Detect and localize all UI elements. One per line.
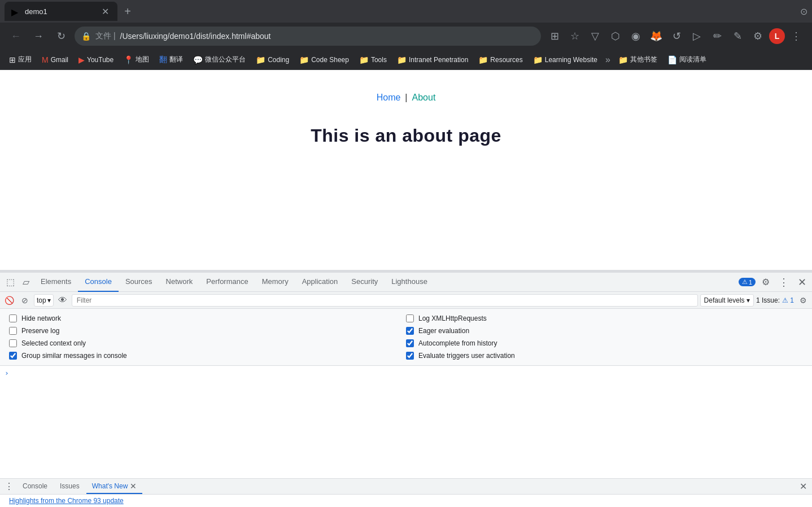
translate-icon[interactable]: ⊞ [545,27,564,45]
about-link[interactable]: About [412,93,436,103]
context-dropdown-icon: ▾ [47,296,51,304]
tab-security[interactable]: Security [344,273,385,292]
bottom-tab-whatsnew-close[interactable]: ✕ [130,482,137,491]
bookmark-intranet[interactable]: 📁Intranet Penetration [392,53,473,67]
media-icon[interactable]: ▷ [688,27,706,45]
bookmark-tools[interactable]: 📁Tools [355,53,391,67]
clear-console-button[interactable]: 🚫 [2,294,16,307]
tab-application[interactable]: Application [295,273,345,292]
edit1-icon[interactable]: ✏ [708,27,726,45]
console-settings-button[interactable]: ⚙ [796,294,810,307]
bookmark-icon[interactable]: ☆ [566,27,584,45]
autocomplete-label: Autocomplete from history [418,339,497,347]
tab-memory[interactable]: Memory [255,273,295,292]
bookmark-youtube[interactable]: ▶YouTube [74,53,118,67]
console-filter-input[interactable] [72,294,698,307]
devtools-panel: ⬚ ▱ Elements Console Sources Network Per… [0,270,812,507]
bookmark-wechat[interactable]: 💬微信公众平台 [189,53,250,67]
extension2-icon[interactable]: ⬡ [606,27,625,45]
default-levels-selector[interactable]: Default levels ▾ [700,294,754,307]
selected-context-checkbox[interactable] [9,339,17,347]
hide-network-option[interactable]: Hide network [9,313,406,324]
metamask-icon[interactable]: 🦊 [647,27,665,45]
autocomplete-option[interactable]: Autocomplete from history [406,338,803,348]
devtools-inspect-button[interactable]: ⬚ [2,274,18,290]
back-button[interactable]: ← [7,27,25,45]
tab-close-button[interactable]: ✕ [99,6,111,17]
bookmark-codesheep[interactable]: 📁Code Sheep [295,53,353,67]
group-similar-checkbox[interactable] [9,352,17,360]
bookmark-maps[interactable]: 📍地图 [119,53,154,67]
preserve-log-option[interactable]: Preserve log [9,326,406,336]
profile-icon[interactable]: ⊙ [800,6,807,17]
issues-badge[interactable]: ⚠ 1 [739,278,756,286]
extension3-icon[interactable]: ◉ [627,27,645,45]
issues-indicator[interactable]: 1 Issue: ⚠ 1 [756,296,794,304]
log-xml-checkbox[interactable] [406,314,414,322]
preserve-log-checkbox[interactable] [9,327,17,335]
hide-network-checkbox[interactable] [9,314,17,322]
bottom-settings-button[interactable]: ⋮ [2,480,16,493]
tab-favicon: ▶ [11,7,20,16]
forward-button[interactable]: → [29,27,47,45]
autocomplete-checkbox[interactable] [406,339,414,347]
log-xml-option[interactable]: Log XMLHttpRequests [406,313,803,324]
console-prompt-line[interactable]: › [0,368,812,378]
bookmark-youtube-label: YouTube [87,56,113,64]
bottom-tab-issues[interactable]: Issues [54,479,85,494]
group-similar-option[interactable]: Group similar messages in console [9,351,406,361]
console-options-panel: Hide network Log XMLHttpRequests Preserv… [0,309,812,366]
tab-sources[interactable]: Sources [119,273,159,292]
eval-triggers-label: Evaluate triggers user activation [418,352,515,360]
issues-icon: ⚠ [742,278,748,286]
bottom-close-button[interactable]: ✕ [796,480,810,493]
tab-elements[interactable]: Elements [34,273,78,292]
sync-icon[interactable]: ↺ [667,27,686,45]
reload-button[interactable]: ↻ [52,27,70,45]
bookmark-coding-label: Coding [268,56,289,64]
extension1-icon[interactable]: ▽ [586,27,604,45]
new-tab-button[interactable]: + [120,3,136,19]
console-eye-button[interactable]: 👁 [56,294,69,307]
eval-triggers-checkbox[interactable] [406,352,414,360]
bookmark-learning[interactable]: 📁Learning Website [529,53,602,67]
tab-network[interactable]: Network [159,273,200,292]
devtools-settings-button[interactable]: ⚙ [758,274,774,290]
bookmark-translate[interactable]: 翻翻译 [155,53,187,67]
bottom-tab-whatsnew[interactable]: What's New ✕ [86,479,143,494]
eager-eval-option[interactable]: Eager evaluation [406,326,803,336]
bookmark-other[interactable]: 📁其他书签 [614,53,662,67]
eager-eval-checkbox[interactable] [406,327,414,335]
edit2-icon[interactable]: ✎ [728,27,746,45]
devtools-close-button[interactable]: ✕ [794,274,810,290]
bottom-tab-console[interactable]: Console [17,479,53,494]
bookmarks-bar: ⊞应用 MGmail ▶YouTube 📍地图 翻翻译 💬微信公众平台 📁Cod… [0,50,812,70]
bottom-tab-issues-label: Issues [60,482,80,490]
update-link[interactable]: Highlights from the Chrome 93 update [9,497,124,505]
tab-performance[interactable]: Performance [199,273,255,292]
bookmark-apps[interactable]: ⊞应用 [5,53,36,67]
bookmarks-more-button[interactable]: » [603,55,613,65]
tab-console[interactable]: Console [78,273,119,292]
bookmark-resources[interactable]: 📁Resources [474,53,527,67]
selected-context-option[interactable]: Selected context only [9,338,406,348]
profile-avatar[interactable]: L [769,28,785,44]
tab-lighthouse[interactable]: Lighthouse [385,273,434,292]
bookmark-reading[interactable]: 📄阅读清单 [663,53,711,67]
menu-button[interactable]: ⋮ [787,27,805,45]
bookmark-gmail[interactable]: MGmail [37,53,73,67]
context-selector[interactable]: top ▾ [34,294,54,307]
console-filter-icon[interactable]: ⊘ [18,294,32,307]
devtools-device-button[interactable]: ▱ [18,274,34,290]
home-link[interactable]: Home [377,93,401,103]
devtools-more-button[interactable]: ⋮ [776,274,792,290]
bookmark-coding[interactable]: 📁Coding [251,53,294,67]
settings-icon[interactable]: ⚙ [749,27,767,45]
address-input-wrap[interactable]: 🔒 文件 | /Users/liuxing/demo1/dist/index.h… [75,27,541,46]
eval-triggers-option[interactable]: Evaluate triggers user activation [406,351,803,361]
log-xml-label: Log XMLHttpRequests [418,314,487,322]
update-bar: Highlights from the Chrome 93 update [0,494,812,507]
toolbar-icons: ⊞ ☆ ▽ ⬡ ◉ 🦊 ↺ ▷ ✏ ✎ ⚙ L ⋮ [545,27,805,45]
page-heading: This is an about page [311,125,501,146]
active-tab[interactable]: ▶ demo1 ✕ [5,2,117,21]
